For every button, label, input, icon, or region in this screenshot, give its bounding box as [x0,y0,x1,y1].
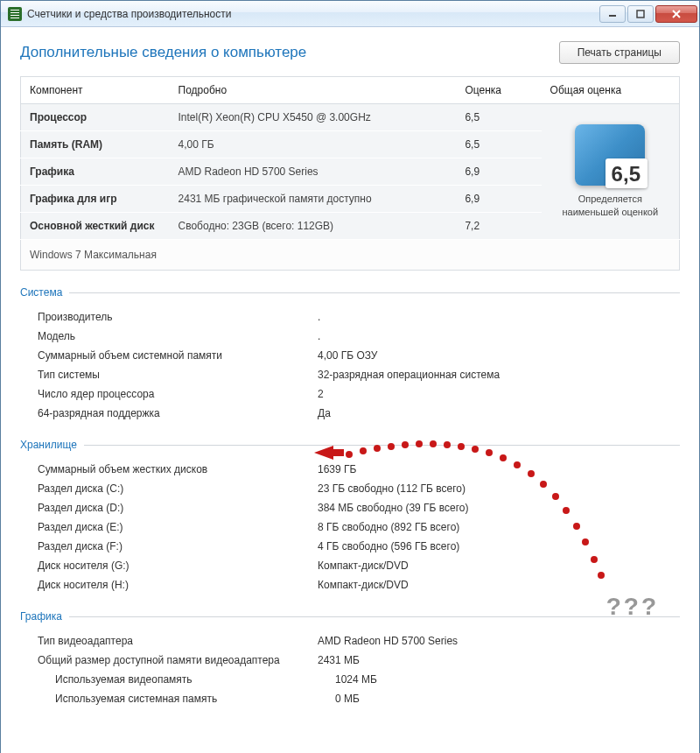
row-ram-label: Память (RAM) [21,131,170,158]
col-detail: Подробно [170,77,457,104]
col-score: Оценка [456,77,541,104]
wei-table: Компонент Подробно Оценка Общая оценка П… [20,76,680,271]
info-label: Раздел диска (F:) [38,540,318,552]
row-graphics-label: Графика [21,158,170,186]
row-graphics-detail: AMD Radeon HD 5700 Series [170,158,457,186]
section-system-title: Система [20,286,680,299]
info-label: Раздел диска (C:) [38,482,318,495]
row-ram-score: 6,5 [456,131,541,158]
info-row: Суммарный объем жестких дисков1639 ГБ [20,460,680,479]
section-storage-title: Хранилище [20,439,680,451]
info-value: 4,00 ГБ ОЗУ [318,349,377,362]
row-gaming-label: Графика для игр [21,186,170,213]
print-page-button[interactable]: Печать страницы [559,41,680,64]
window-title: Счетчики и средства производительности [27,8,598,20]
info-value: 1639 ГБ [318,463,356,475]
info-row: Раздел диска (C:)23 ГБ свободно (112 ГБ … [20,479,680,498]
row-gaming-score: 6,9 [456,186,541,213]
row-cpu-label: Процессор [21,104,170,131]
info-label: Тип системы [38,369,318,381]
titlebar[interactable]: Счетчики и средства производительности [1,1,699,27]
info-label: Диск носителя (H:) [38,579,318,591]
info-label: Раздел диска (D:) [38,502,318,514]
maximize-button[interactable] [627,5,654,23]
col-overall: Общая оценка [542,77,680,104]
info-row: Раздел диска (F:)4 ГБ свободно (596 ГБ в… [20,537,680,556]
info-label: Используемая видеопамять [55,673,335,686]
info-label: Тип видеоадаптера [38,635,318,647]
os-edition: Windows 7 Максимальная [21,240,680,271]
minimize-button[interactable] [599,5,626,23]
info-value: 0 МБ [335,693,360,705]
row-cpu-detail: Intel(R) Xeon(R) CPU X5450 @ 3.00GHz [170,104,457,131]
info-value: 32-разрядная операционная система [318,369,500,381]
info-row: Число ядер процессора2 [20,384,680,404]
info-label: Диск носителя (G:) [38,559,318,572]
info-value: Компакт-диск/DVD [318,579,409,591]
row-hdd-detail: Свободно: 23GB (всего: 112GB) [170,213,457,240]
info-row: Раздел диска (E:)8 ГБ свободно (892 ГБ в… [20,517,680,537]
info-row: Модель. [20,327,680,346]
row-hdd-score: 7,2 [456,213,541,240]
svg-rect-1 [637,11,644,18]
info-label: Суммарный объем жестких дисков [38,463,318,475]
section-graphics-title: Графика [20,610,680,623]
overall-explanation: Определяется наименьшей оценкой [550,193,670,220]
info-value: Компакт-диск/DVD [318,559,409,572]
info-value: 384 МБ свободно (39 ГБ всего) [318,502,468,514]
info-label: Модель [38,330,318,342]
window-frame: Счетчики и средства производительности Д… [0,0,700,753]
info-label: Производитель [38,311,318,323]
info-value: 2 [318,388,324,400]
info-row: Диск носителя (G:)Компакт-диск/DVD [20,556,680,575]
info-row: Производитель. [20,307,680,327]
info-row: Тип системы32-разрядная операционная сис… [20,365,680,384]
page-title: Дополнительные сведения о компьютере [20,44,559,61]
wei-score-icon: 6,5 [575,124,645,186]
info-value: 4 ГБ свободно (596 ГБ всего) [318,540,459,552]
info-value: Да [318,407,331,419]
info-label: Суммарный объем системной памяти [38,349,318,362]
info-row: Общий размер доступной памяти видеоадапт… [20,651,680,670]
info-row: Используемая системная память0 МБ [20,689,680,708]
info-value: 23 ГБ свободно (112 ГБ всего) [318,482,466,495]
info-value: AMD Radeon HD 5700 Series [318,635,458,647]
info-row: Используемая видеопамять1024 МБ [20,670,680,689]
info-row: Тип видеоадаптераAMD Radeon HD 5700 Seri… [20,631,680,651]
info-label: Общий размер доступной памяти видеоадапт… [38,654,318,666]
info-label: 64-разрядная поддержка [38,407,318,419]
overall-cell: 6,5 Определяется наименьшей оценкой [542,104,680,240]
row-gaming-detail: 2431 МБ графической памяти доступно [170,186,457,213]
info-value: 2431 МБ [318,654,360,666]
row-cpu-score: 6,5 [456,104,541,131]
wei-score-value: 6,5 [608,162,643,186]
info-row: Диск носителя (H:)Компакт-диск/DVD [20,575,680,595]
app-icon [8,7,22,21]
row-hdd-label: Основной жесткий диск [21,213,170,240]
close-button[interactable] [655,5,697,23]
info-value: . [318,311,320,323]
info-label: Раздел диска (E:) [38,521,318,533]
info-label: Используемая системная память [55,693,335,705]
info-value: . [318,330,320,342]
col-component: Компонент [21,77,170,104]
row-ram-detail: 4,00 ГБ [170,131,457,158]
info-row: 64-разрядная поддержкаДа [20,404,680,423]
info-label: Число ядер процессора [38,388,318,400]
info-value: 1024 МБ [335,673,377,686]
content-area[interactable]: Дополнительные сведения о компьютере Печ… [1,27,699,753]
row-graphics-score: 6,9 [456,158,541,186]
info-value: 8 ГБ свободно (892 ГБ всего) [318,521,459,533]
info-row: Раздел диска (D:)384 МБ свободно (39 ГБ … [20,498,680,517]
info-row: Суммарный объем системной памяти4,00 ГБ … [20,346,680,365]
